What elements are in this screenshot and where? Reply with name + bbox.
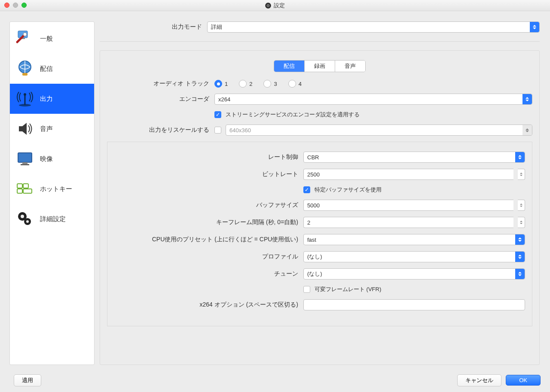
enforce-encoder-checkbox[interactable] [214,111,221,118]
minimize-icon[interactable] [13,3,18,8]
chevron-updown-icon [530,22,539,32]
audio-track-2-radio[interactable]: 2 [239,80,252,88]
buffer-stepper[interactable] [518,200,525,211]
rescale-checkbox[interactable] [214,127,221,134]
gear-icon [15,209,35,229]
titlebar: 設定 [0,0,550,11]
audio-track-1-radio[interactable]: 1 [214,80,228,88]
sidebar-item-general[interactable]: 一般 [10,24,94,54]
svg-point-5 [24,93,26,96]
sidebar-item-label: ホットキー [40,185,72,193]
audio-track-3-radio[interactable]: 3 [263,80,277,88]
keyboard-icon [15,179,35,199]
chevron-down-icon [522,125,532,135]
svg-point-2 [23,33,27,36]
tab-recording[interactable]: 録画 [304,61,335,72]
rate-control-label: レート制御 [114,153,303,161]
sidebar-item-label: 音声 [40,125,53,133]
sidebar-item-label: 配信 [40,65,53,73]
keyframe-label: キーフレーム間隔 (秒, 0=自動) [114,219,303,226]
tab-audio[interactable]: 音声 [335,61,365,72]
divider [100,41,540,42]
buffer-size-input[interactable]: 5000 [303,200,513,211]
custom-buffer-checkbox[interactable] [303,186,310,193]
dialog-footer: 適用 キャンセル OK [0,368,550,392]
bitrate-label: ビットレート [114,170,303,178]
ok-button[interactable]: OK [506,375,541,386]
x264-opts-input[interactable] [303,299,525,310]
globe-icon [15,59,35,79]
svg-rect-13 [23,189,32,193]
tune-label: チューン [114,270,303,278]
buffer-size-label: バッファサイズ [114,201,303,209]
enforce-encoder-label: ストリーミングサービスのエンコーダ設定を適用する [226,111,360,119]
custom-buffer-label: 特定バッファサイズを使用 [315,186,382,194]
monitor-icon [15,149,35,169]
close-icon[interactable] [4,3,9,8]
sidebar-item-label: 一般 [40,35,53,43]
bitrate-input[interactable]: 2500 [303,169,513,180]
encoder-select[interactable]: x264 [214,94,532,105]
svg-rect-8 [22,162,28,164]
audio-track-4-radio[interactable]: 4 [288,80,302,88]
chevron-updown-icon [515,234,525,245]
window-title: 設定 [274,2,285,9]
svg-rect-11 [23,184,28,188]
app-icon [265,3,271,9]
sidebar-item-hotkeys[interactable]: ホットキー [10,174,94,204]
rescale-label: 出力をリスケールする [107,126,214,134]
sidebar-item-advanced[interactable]: 詳細設定 [10,204,94,234]
vfr-checkbox[interactable] [303,286,310,293]
svg-rect-7 [18,153,32,162]
cancel-button[interactable]: キャンセル [457,374,501,386]
tab-streaming[interactable]: 配信 [274,61,304,72]
chevron-updown-icon [522,94,532,104]
profile-label: プロファイル [114,253,303,261]
cpu-preset-select[interactable]: fast [303,234,525,245]
svg-rect-12 [17,189,22,193]
encoder-label: エンコーダ [107,95,214,103]
settings-sidebar: 一般 配信 出力 音声 映像 ホットキー 詳細設定 [9,21,95,365]
svg-rect-9 [21,164,29,165]
output-mode-label: 出力モード [100,23,207,31]
keyframe-input[interactable]: 2 [303,217,513,228]
sidebar-item-output[interactable]: 出力 [10,84,94,114]
output-tabs: 配信 録画 音声 [274,60,366,72]
output-mode-select[interactable]: 詳細 [207,21,540,33]
bitrate-stepper[interactable] [518,169,525,180]
chevron-updown-icon [515,269,525,279]
tune-select[interactable]: (なし) [303,268,525,280]
window-controls [4,3,27,8]
vfr-label: 可変フレームレート (VFR) [315,286,381,293]
sidebar-item-label: 映像 [40,155,53,163]
sidebar-item-label: 出力 [40,95,53,103]
chevron-updown-icon [515,252,525,262]
x264-opts-label: x264 オプション (スペースで区切る) [114,301,303,309]
rescale-select[interactable]: 640x360 [226,125,532,136]
encoder-settings-group: レート制御 CBR ビットレート 2500 特定バッファサイズを使用 バッファサ… [107,142,532,326]
speaker-icon [15,119,35,139]
antenna-icon [15,89,35,109]
svg-point-17 [26,220,29,223]
rate-control-select[interactable]: CBR [303,152,525,163]
keyframe-stepper[interactable] [518,217,525,228]
profile-select[interactable]: (なし) [303,251,525,262]
audio-track-label: オーディオ トラック [107,80,214,88]
svg-rect-4 [22,73,28,76]
svg-point-6 [19,104,31,106]
svg-point-16 [21,215,24,218]
output-settings-panel: 配信 録画 音声 オーディオ トラック 1 2 3 4 エンコーダ x [100,50,540,365]
wrench-icon [15,29,35,49]
sidebar-item-audio[interactable]: 音声 [10,114,94,144]
maximize-icon[interactable] [21,3,27,8]
sidebar-item-label: 詳細設定 [40,215,66,223]
cpu-preset-label: CPU使用のプリセット (上に行くほど = CPU使用低い) [114,236,303,243]
apply-button[interactable]: 適用 [14,374,41,386]
sidebar-item-stream[interactable]: 配信 [10,54,94,84]
svg-rect-10 [17,184,22,188]
sidebar-item-video[interactable]: 映像 [10,144,94,174]
chevron-updown-icon [515,152,525,162]
